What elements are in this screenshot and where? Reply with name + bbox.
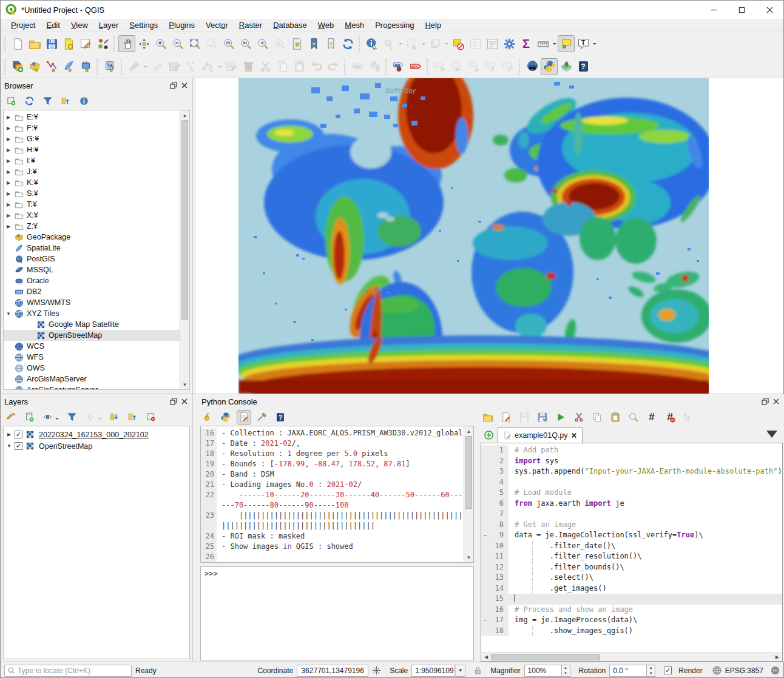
scroll-left-icon[interactable]: ◀ [481, 654, 491, 660]
bookmark-manager-icon[interactable] [322, 35, 339, 52]
menu-item-vector[interactable]: Vector [200, 19, 234, 31]
menu-item-mesh[interactable]: Mesh [339, 19, 370, 31]
redo-tool[interactable] [325, 58, 342, 75]
code-line[interactable]: −17img = je.ImageProcess(data)\ [481, 615, 782, 626]
browser-item-arcgismapserver[interactable]: ArcGisMapServer [4, 374, 180, 384]
browser-item-openstreetmap[interactable]: OpenStreetMap [4, 330, 180, 341]
console-scrollbar[interactable]: ▲ ▼ [464, 426, 473, 562]
save-as-script-icon[interactable] [535, 410, 550, 425]
menu-item-view[interactable]: View [66, 19, 93, 31]
copy-features-tool[interactable] [274, 58, 291, 75]
zoom-to-layer-tool[interactable] [220, 35, 237, 52]
new-print-layout-icon[interactable] [60, 35, 77, 52]
map-canvas[interactable]: Baffin Bay [196, 78, 783, 394]
menu-item-project[interactable]: Project [5, 19, 41, 31]
map-tips-tool[interactable] [558, 35, 575, 52]
scale-dropdown-icon[interactable]: ▼ [455, 665, 465, 677]
help-contents-icon[interactable]: ? [575, 58, 592, 75]
crs-status[interactable]: EPSG:3857 [725, 666, 763, 675]
browser-item-oracle[interactable]: Oracle [4, 275, 180, 286]
code-editor[interactable]: 1# Add path2import sys3sys.path.append("… [481, 443, 783, 662]
scale-combo[interactable]: 1:95096109 ▼ [411, 665, 465, 677]
close-button[interactable] [755, 1, 783, 19]
browser-item-arcgisfeatureserver[interactable]: ArcGisFeatureServer [4, 384, 180, 389]
zoom-in-tool[interactable] [152, 35, 169, 52]
coordinate-field[interactable]: 3627701,13479196 [297, 665, 368, 677]
console-output[interactable]: 16- Collection : JAXA.EORC_ALOS.PRISM_AW… [200, 426, 474, 563]
browser-item-k-[interactable]: ▶K:¥ [4, 177, 180, 188]
code-line[interactable]: 13 .select()\ [481, 572, 782, 583]
editor-hscrollbar[interactable]: ◀ ▶ [481, 653, 782, 661]
browser-item-f-[interactable]: ▶F:¥ [4, 123, 180, 133]
lock-scale-icon[interactable] [474, 666, 482, 675]
run-command-icon[interactable] [218, 410, 233, 425]
browser-item-i-[interactable]: ▶I:¥ [4, 155, 180, 166]
crs-globe-icon[interactable] [712, 666, 721, 675]
scroll-up-icon[interactable]: ▲ [180, 110, 189, 120]
statistical-summary-icon[interactable] [484, 35, 501, 52]
layout-manager-icon[interactable] [77, 35, 94, 52]
identify-features-tool[interactable] [363, 35, 380, 52]
browser-item-google-map-satellite[interactable]: Google Map Satellite [4, 319, 180, 330]
browser-properties-icon[interactable] [77, 94, 90, 107]
zoom-next-tool[interactable] [271, 35, 288, 52]
clear-console-icon[interactable] [200, 410, 215, 425]
cut-features-tool[interactable] [257, 58, 274, 75]
move-label-tool[interactable] [431, 58, 448, 75]
show-hide-labels-tool[interactable] [448, 58, 465, 75]
browser-item-wms-wmts[interactable]: WMS/WMTS [4, 297, 180, 308]
refresh-map-icon[interactable] [339, 35, 356, 52]
data-source-manager-icon[interactable] [9, 58, 26, 75]
fold-marker-icon[interactable]: − [481, 530, 489, 541]
layer-row[interactable]: ▶✓20220324_162153_000_202102 [4, 429, 189, 440]
move-label-diagram-tool[interactable] [465, 58, 482, 75]
browser-item-geopackage[interactable]: GeoPackage [4, 232, 180, 243]
scroll-thumb[interactable] [491, 654, 600, 660]
browser-float-button[interactable] [169, 81, 178, 90]
browser-collapse-all-icon[interactable] [59, 94, 72, 107]
save-edits-tool[interactable] [166, 58, 183, 75]
editor-tab[interactable]: example01Q.py [498, 427, 583, 443]
expander-icon[interactable]: ▶ [4, 147, 13, 153]
code-line[interactable]: −9data = je.ImageCollection(ssl_verify=T… [481, 530, 782, 541]
browser-item-ows[interactable]: OWS [4, 363, 180, 374]
console-editor-splitter[interactable] [474, 409, 481, 662]
comment-code-icon[interactable]: # [644, 410, 659, 425]
browser-item-db2[interactable]: DB2DB2 [4, 286, 180, 297]
paste-features-tool[interactable] [291, 58, 308, 75]
new-project-icon[interactable] [9, 35, 26, 52]
toolbar-grip[interactable] [3, 59, 8, 75]
menu-item-edit[interactable]: Edit [41, 19, 65, 31]
browser-item-wcs[interactable]: WCS [4, 341, 180, 352]
console-options-icon[interactable] [255, 410, 269, 425]
expander-icon[interactable]: ▶ [4, 136, 13, 142]
rotate-label-tool[interactable] [482, 58, 499, 75]
manage-map-themes-icon[interactable] [41, 410, 54, 423]
zoom-last-tool[interactable] [254, 35, 271, 52]
browser-refresh-icon[interactable] [22, 94, 36, 107]
scroll-down-icon[interactable]: ▼ [464, 552, 473, 562]
scroll-up-icon[interactable]: ▲ [464, 426, 473, 436]
metasearch-icon[interactable] [524, 58, 541, 75]
console-input[interactable]: >>> [200, 566, 474, 660]
new-geopackage-layer-icon[interactable] [26, 58, 43, 75]
browser-close-button[interactable] [180, 81, 189, 90]
attribute-table-icon[interactable] [467, 35, 484, 52]
browser-item-postgis[interactable]: PostGIS [4, 253, 180, 264]
code-line[interactable]: 4 [481, 477, 782, 488]
browser-item-spatialite[interactable]: SpatiaLite [4, 243, 180, 253]
toolbar-grip[interactable] [120, 59, 124, 75]
filter-by-expression-icon[interactable] [83, 410, 96, 423]
zoom-to-selection-tool[interactable] [203, 35, 220, 52]
code-line[interactable]: 18 .show_images_qgis() [481, 626, 782, 637]
code-line[interactable]: 2import sys [481, 456, 782, 467]
layer-row[interactable]: ▼✓OpenStreetMap [4, 440, 189, 452]
browser-item-j-[interactable]: ▶J:¥ [4, 166, 180, 177]
console-float-button[interactable] [761, 397, 769, 406]
expander-icon[interactable]: ▼ [4, 443, 15, 449]
browser-item-x-[interactable]: ▶X:¥ [4, 210, 180, 221]
vertex-tool[interactable] [200, 58, 217, 75]
locator-box[interactable] [4, 665, 132, 677]
new-editor-icon[interactable] [499, 410, 513, 425]
toolbar-grip[interactable] [384, 59, 389, 75]
